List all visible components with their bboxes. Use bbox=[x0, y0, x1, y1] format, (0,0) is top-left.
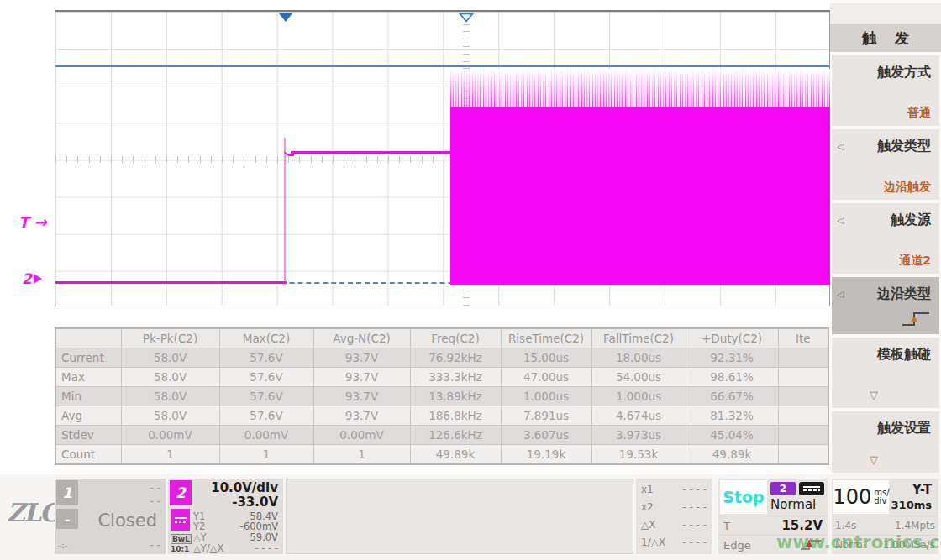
measurement-value bbox=[778, 348, 828, 368]
channel2-status-box[interactable]: 2 10.0V/div -33.0V Y1 58.4V Y2 -600mV Bw… bbox=[168, 479, 283, 554]
delay-reference-marker[interactable] bbox=[459, 13, 474, 23]
watermark: www.cntronics.com bbox=[776, 532, 941, 552]
trigger-level-value: 15.2V bbox=[781, 518, 823, 533]
timebase-scale[interactable]: 100 ms/div bbox=[833, 480, 889, 514]
cursor-y2-value: -600mV bbox=[240, 521, 278, 532]
measurement-value: 18.00us bbox=[591, 348, 686, 368]
measurement-value: 13.89kHz bbox=[410, 387, 501, 406]
trigger-level-label: T bbox=[723, 520, 730, 532]
capture-window: 1.4s bbox=[835, 520, 856, 531]
measurement-value: 0.00mV bbox=[219, 426, 313, 445]
trigger-position-marker[interactable] bbox=[278, 13, 293, 23]
rising-edge-icon bbox=[901, 309, 931, 329]
menu-item-trigger-type[interactable]: ◁ 触发类型 边沿触发 bbox=[832, 129, 939, 200]
ch2-trace-burst-fuzz bbox=[450, 69, 830, 111]
measurement-column-header: Avg-N(C2) bbox=[313, 328, 410, 348]
channel1-probe-ratio: -:- bbox=[58, 540, 68, 551]
channel1-status-box[interactable]: 1 - - - - - Closed -:- - - bbox=[55, 479, 166, 554]
menu-item-template-touch[interactable]: 模板触碰 ▽ bbox=[832, 338, 939, 408]
probe-ratio-badge: 10:1 bbox=[171, 545, 189, 553]
ch2-trace-baseline bbox=[55, 281, 287, 284]
x-cursor-box: x1- - - - x2- - - - △X- - - - 1/△X- - - … bbox=[636, 479, 712, 554]
channel2-scale: 10.0V/div bbox=[211, 480, 278, 495]
oscilloscope-screen: T → 2 Pk-Pk(C2)Max(C2)Avg-N(C2)Freq(C2)R… bbox=[0, 0, 941, 560]
channel1-state: Closed bbox=[97, 510, 157, 531]
run-stop-indicator[interactable]: Stop bbox=[720, 480, 767, 514]
delta-yx-value: - - - - bbox=[255, 542, 278, 554]
measurement-value: 7.891us bbox=[501, 406, 591, 426]
measurement-value: 57.6V bbox=[219, 387, 313, 406]
measurement-column-header: Freq(C2) bbox=[410, 328, 501, 348]
measurement-value: 3.607us bbox=[501, 426, 591, 445]
measurement-column-header: Max(C2) bbox=[219, 328, 313, 348]
measurement-value: 92.31% bbox=[686, 348, 778, 368]
display-mode: Y-T bbox=[912, 482, 932, 497]
measurement-row-label: Max bbox=[55, 368, 121, 387]
measurement-value: 54.00us bbox=[591, 368, 686, 387]
channel1-value: - - bbox=[150, 539, 160, 551]
measurement-value: 47.00us bbox=[501, 368, 591, 387]
trigger-menu-title: 触 发 bbox=[830, 24, 941, 52]
measurement-value: 98.61% bbox=[686, 368, 778, 387]
measurement-value: 333.3kHz bbox=[410, 368, 501, 387]
measurement-row-label: Stdev bbox=[55, 426, 121, 445]
measurement-value: 186.8kHz bbox=[410, 406, 501, 426]
measurement-value bbox=[778, 426, 828, 445]
menu-item-edge-type[interactable]: ◁ 边沿类型 bbox=[832, 277, 939, 334]
measurement-value: 1.000us bbox=[591, 387, 686, 406]
measurement-value: 93.7V bbox=[313, 387, 410, 406]
measurement-row-label: Avg bbox=[55, 406, 121, 426]
menu-item-trigger-settings[interactable]: 触发设置 ▽ bbox=[832, 411, 939, 473]
measurement-value bbox=[778, 387, 828, 406]
measurement-row: Count11149.89k19.19k19.53k49.89k bbox=[55, 445, 828, 465]
ch2-trace-mid-level bbox=[291, 151, 450, 154]
measurement-column-header: RiseTime(C2) bbox=[501, 328, 591, 348]
measurement-column-header: Pk-Pk(C2) bbox=[121, 328, 219, 348]
measurement-column-header: FallTime(C2) bbox=[591, 328, 686, 348]
measurement-value bbox=[778, 445, 828, 465]
bandwidth-limit-badge: BwL bbox=[171, 534, 192, 544]
expand-left-icon: ◁ bbox=[837, 141, 844, 152]
measurement-value: 3.973us bbox=[591, 426, 686, 445]
trigger-type: Edge bbox=[723, 539, 751, 552]
measurement-value: 1 bbox=[121, 445, 219, 465]
menu-item-trigger-source[interactable]: ◁ 触发源 通道2 bbox=[832, 203, 939, 274]
cursor-x2-label: x2 bbox=[641, 501, 654, 513]
measurement-column-header: Ite bbox=[778, 328, 828, 348]
channel2-reference-marker[interactable]: 2 bbox=[22, 270, 42, 287]
ch2-trace-burst bbox=[450, 107, 830, 285]
measurement-value: 0.00mV bbox=[313, 426, 410, 445]
cursor-y1-line[interactable] bbox=[55, 65, 829, 67]
measurement-value: 81.32% bbox=[686, 406, 778, 426]
trigger-source-badge: 2 bbox=[770, 482, 796, 495]
measurement-value: 58.0V bbox=[121, 406, 219, 426]
measurement-column-header bbox=[55, 328, 121, 348]
measurement-value: 58.0V bbox=[121, 368, 219, 387]
waveform-display bbox=[55, 10, 830, 306]
measurement-row: Min58.0V57.6V93.7V13.89kHz1.000us1.000us… bbox=[55, 387, 828, 406]
right-arrow-icon bbox=[34, 274, 42, 284]
measurement-value: 0.00mV bbox=[121, 426, 219, 445]
cursor-x1-value: - - - - bbox=[682, 484, 707, 495]
cursor-x1-label: x1 bbox=[641, 484, 654, 495]
measurement-row-label: Current bbox=[55, 348, 121, 368]
measurement-value: 93.7V bbox=[313, 368, 410, 387]
delta-y-value: 59.0V bbox=[250, 531, 278, 543]
measurement-value: 66.67% bbox=[686, 387, 778, 406]
channel2-coupling-icon bbox=[171, 509, 190, 531]
memory-depth: 1.4Mpts bbox=[895, 520, 935, 531]
menu-top-strip bbox=[830, 3, 941, 24]
measurement-value: 93.7V bbox=[313, 348, 410, 368]
measurement-row-label: Count bbox=[55, 445, 121, 465]
timebase-delay: 310ms bbox=[891, 499, 932, 511]
measurement-value: 4.674us bbox=[591, 406, 686, 426]
measurement-row: Current58.0V57.6V93.7V76.92kHz15.00us18.… bbox=[55, 348, 828, 368]
inverse-delta-x-label: 1/△X bbox=[641, 536, 665, 548]
menu-item-trigger-mode[interactable]: 触发方式 普通 bbox=[832, 55, 939, 126]
measurement-value: 19.53k bbox=[591, 445, 686, 465]
delta-x-value: - - - - bbox=[682, 519, 707, 531]
measurement-table: Pk-Pk(C2)Max(C2)Avg-N(C2)Freq(C2)RiseTim… bbox=[55, 327, 829, 465]
channel2-badge: 2 bbox=[170, 480, 192, 505]
trigger-level-marker[interactable]: T → bbox=[18, 213, 47, 231]
measurement-row: Stdev0.00mV0.00mV0.00mV126.6kHz3.607us3.… bbox=[55, 426, 828, 445]
